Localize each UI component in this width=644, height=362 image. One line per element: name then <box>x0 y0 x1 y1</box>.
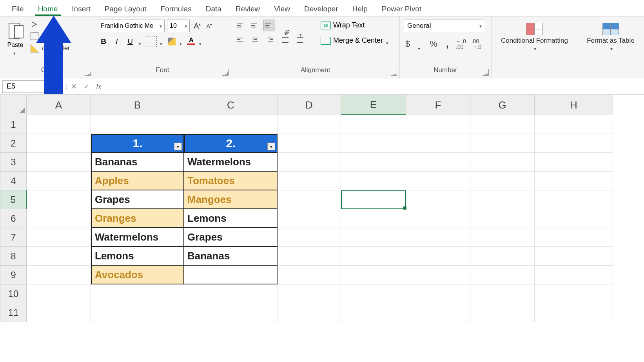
cell-A9[interactable] <box>27 266 91 284</box>
row-header-10[interactable]: 10 <box>0 284 27 303</box>
comma-format-button[interactable]: , <box>444 37 450 51</box>
tab-view[interactable]: View <box>267 2 297 16</box>
insert-function-button[interactable]: fx <box>93 80 105 93</box>
cell-C11[interactable] <box>184 303 278 322</box>
copy-button[interactable] <box>30 31 71 41</box>
italic-button[interactable]: I <box>111 36 122 47</box>
tab-review[interactable]: Review <box>229 2 267 16</box>
merge-center-button[interactable]: Merge & Center <box>319 35 392 46</box>
cell-G11[interactable] <box>470 303 535 322</box>
paste-button[interactable]: Paste <box>4 20 27 53</box>
orientation-dropdown[interactable] <box>299 31 304 34</box>
cell-H2[interactable] <box>535 134 613 153</box>
cell-D9[interactable] <box>278 266 341 284</box>
cell-D10[interactable] <box>278 284 341 303</box>
wrap-text-button[interactable]: ab Wrap Text <box>319 20 392 31</box>
cell-H6[interactable] <box>535 209 613 228</box>
cell-C5[interactable]: Mangoes <box>184 190 278 209</box>
cell-E11[interactable] <box>341 303 406 322</box>
cell-C9[interactable] <box>184 266 278 284</box>
filter-dropdown-B[interactable]: ▾ <box>174 143 182 150</box>
font-size-combo[interactable]: 10 <box>167 20 190 32</box>
cell-G4[interactable] <box>470 172 535 190</box>
number-dialog-launcher[interactable] <box>483 69 489 76</box>
font-color-dropdown[interactable] <box>199 40 204 43</box>
cell-H4[interactable] <box>535 172 613 190</box>
cell-H10[interactable] <box>535 284 613 303</box>
cell-E2[interactable] <box>341 134 406 153</box>
name-box[interactable]: E5 <box>2 80 61 93</box>
cell-F4[interactable] <box>406 172 470 190</box>
alignment-dialog-launcher[interactable] <box>391 69 397 76</box>
tab-data[interactable]: Data <box>199 2 229 16</box>
cell-A5[interactable] <box>27 190 91 209</box>
cell-D3[interactable] <box>278 153 341 172</box>
borders-button[interactable] <box>146 36 157 47</box>
cell-E7[interactable] <box>341 228 406 247</box>
bold-button[interactable]: B <box>98 36 109 47</box>
tab-help[interactable]: Help <box>345 2 375 16</box>
format-as-table-button[interactable]: Format as Table <box>581 22 640 54</box>
cell-B5[interactable]: Grapes <box>91 190 184 209</box>
cell-E4[interactable] <box>341 172 406 190</box>
cell-B9[interactable]: Avocados <box>91 266 184 284</box>
percent-format-button[interactable]: % <box>428 38 439 50</box>
row-header-11[interactable]: 11 <box>0 303 27 322</box>
tab-formulas[interactable]: Formulas <box>154 2 199 16</box>
row-header-5[interactable]: 5 <box>0 190 27 209</box>
row-header-8[interactable]: 8 <box>0 247 27 266</box>
copy-dropdown[interactable] <box>42 34 46 38</box>
row-header-6[interactable]: 6 <box>0 209 27 228</box>
cell-E10[interactable] <box>341 284 406 303</box>
cell-H9[interactable] <box>535 266 613 284</box>
tab-home[interactable]: Home <box>31 2 65 16</box>
column-header-G[interactable]: G <box>470 95 535 115</box>
cell-H3[interactable] <box>535 153 613 172</box>
cell-C4[interactable]: Tomatoes <box>184 172 278 190</box>
cell-E8[interactable] <box>341 247 406 266</box>
cell-B8[interactable]: Lemons <box>91 247 184 266</box>
cell-D7[interactable] <box>278 228 341 247</box>
cell-F2[interactable] <box>406 134 470 153</box>
cell-H7[interactable] <box>535 228 613 247</box>
cell-A10[interactable] <box>27 284 91 303</box>
cell-C3[interactable]: Watermelons <box>184 153 278 172</box>
font-dialog-launcher[interactable] <box>222 69 229 76</box>
cells-area[interactable]: 1.▾2.▾BananasWatermelonsApplesTomatoesGr… <box>27 115 644 322</box>
cell-A2[interactable] <box>27 134 91 153</box>
decrease-decimal-button[interactable]: .00→.0 <box>472 38 482 49</box>
cell-B3[interactable]: Bananas <box>91 153 184 172</box>
underline-button[interactable]: U <box>125 36 136 47</box>
row-header-1[interactable]: 1 <box>0 115 27 134</box>
decrease-font-button[interactable]: A▾ <box>205 22 214 30</box>
column-header-H[interactable]: H <box>535 95 613 115</box>
decrease-indent-button[interactable] <box>282 34 293 45</box>
filter-dropdown-C[interactable]: ▾ <box>267 143 275 150</box>
cell-F1[interactable] <box>406 115 470 134</box>
cell-A7[interactable] <box>27 228 91 247</box>
cell-F5[interactable] <box>406 190 470 209</box>
align-top-button[interactable] <box>235 20 247 31</box>
cell-H1[interactable] <box>535 115 613 134</box>
tab-insert[interactable]: Insert <box>65 2 98 16</box>
cell-C8[interactable]: Bananas <box>184 247 278 266</box>
cell-A4[interactable] <box>27 172 91 190</box>
align-right-button[interactable] <box>263 34 275 45</box>
column-header-B[interactable]: B <box>91 95 184 115</box>
row-header-3[interactable]: 3 <box>0 153 27 172</box>
cell-G8[interactable] <box>470 247 535 266</box>
cell-G10[interactable] <box>470 284 535 303</box>
row-header-9[interactable]: 9 <box>0 266 27 284</box>
fill-color-dropdown[interactable] <box>180 40 184 43</box>
align-center-button[interactable] <box>249 34 261 45</box>
tab-page-layout[interactable]: Page Layout <box>98 2 154 16</box>
row-header-7[interactable]: 7 <box>0 228 27 247</box>
cell-D1[interactable] <box>278 115 341 134</box>
paste-dropdown[interactable] <box>13 49 18 52</box>
cell-D6[interactable] <box>278 209 341 228</box>
column-header-E[interactable]: E <box>341 95 406 115</box>
fill-color-button[interactable] <box>167 37 176 46</box>
cancel-formula-button[interactable]: ✕ <box>67 80 80 93</box>
select-all-corner[interactable] <box>0 95 27 115</box>
tab-power-pivot[interactable]: Power Pivot <box>375 2 428 16</box>
